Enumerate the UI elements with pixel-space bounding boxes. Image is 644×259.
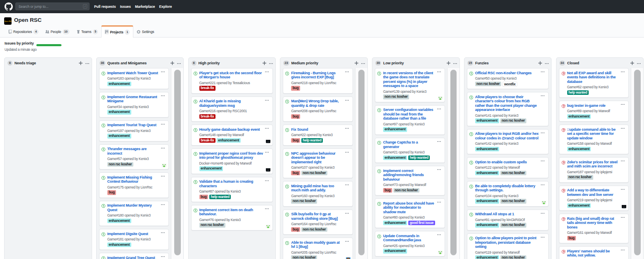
assignee-avatar[interactable] [346,256,350,259]
card-title[interactable]: Mining guild mine has too much mith and … [291,184,350,193]
label-bug[interactable]: bug [291,227,300,232]
issue-card[interactable]: Able to clean muddy guam at lvl 1 [Bug]G… [283,238,353,259]
column-menu-button[interactable] [269,62,273,64]
card-title[interactable]: Implement Murder Mystery Quest [107,203,166,212]
card-title[interactable]: Thrander messages are incorrect [107,147,166,155]
issue-card[interactable]: Implement Watch Tower QuestGame#183 open… [99,68,169,89]
card-title[interactable]: Add a way to differentiate between dev a… [567,188,626,197]
label-non-rsc-kosher[interactable]: non rsc kosher [199,223,225,228]
column-menu-button[interactable] [85,62,89,64]
label-help-wanted[interactable]: help wanted [567,90,589,95]
card-title[interactable]: Player's get stuck on the second floor o… [199,71,270,80]
top-nav-marketplace[interactable]: Marketplace [135,5,155,9]
card-title[interactable]: Option to allow players point to point t… [475,236,546,249]
assignee-avatar[interactable] [162,162,166,167]
label-non-rsc-kosher[interactable]: non rsc kosher [500,118,526,123]
card-title[interactable]: Able to clean muddy guam at lvl 1 [Bug] [291,240,350,249]
assignee-avatar[interactable] [266,224,270,228]
tab-teams[interactable]: Teams5 [73,26,101,38]
card-menu-button[interactable] [621,71,625,72]
label-help-wanted[interactable]: help wanted [408,155,430,160]
label-enhancement[interactable]: enhancement [475,147,499,152]
add-card-button[interactable] [263,61,266,66]
card-menu-button[interactable] [541,213,545,214]
card-menu-button[interactable] [437,202,441,202]
card-title[interactable]: Allow players to choose their character'… [475,95,546,112]
label-enhancement[interactable]: enhancement [107,219,131,224]
card-title[interactable]: Server configuration variables should be… [383,108,442,121]
card-title[interactable]: Option to enable custom spells [475,160,546,165]
tab-repositories[interactable]: Repositories4 [5,26,42,38]
label-enhancement[interactable]: enhancement [107,110,131,115]
org-name[interactable]: Open RSC [14,17,42,23]
column-scrollbar-thumb[interactable] [174,70,181,255]
label-bug[interactable]: bug [291,114,300,119]
issue-card[interactable]: Implement Digsite QuestGame#181 opened b… [99,229,169,250]
label-non-rsc-kosher[interactable]: non rsc kosher [291,255,317,259]
card-menu-button[interactable] [265,152,269,153]
label-non-rsc-kosher[interactable]: non rsc kosher [500,223,526,228]
card-menu-button[interactable] [541,184,545,185]
label-non-rsc-kosher[interactable]: non rsc kosher [301,227,327,232]
issue-card[interactable]: Firemaking - Burning Logs gives incorrec… [283,68,353,94]
card-title[interactable]: Update Commands in CommandHandler.java [383,234,442,243]
label-enhancement[interactable]: enhancement [107,243,131,247]
label-non-rsc-kosher[interactable]: non rsc kosher [291,199,317,204]
card-menu-button[interactable] [161,204,165,205]
label-break-fix[interactable]: break-fix [199,138,215,143]
column-menu-button[interactable] [453,62,457,64]
card-menu-button[interactable] [345,241,349,242]
label-non-rsc-kosher[interactable]: non rsc kosher [393,188,419,193]
issue-card[interactable]: Implement Gnome Restaurant MinigameGame#… [99,92,169,118]
label-help-wanted[interactable]: help wanted [209,195,231,200]
issue-card[interactable]: Implement correct item on death behaviou… [191,205,273,231]
card-menu-button[interactable] [437,71,441,72]
card-title[interactable]: Not all EXP award and skill events have … [567,71,626,84]
issue-card[interactable]: Be able to completely disable lottery th… [467,181,549,207]
issue-card[interactable]: Withdrawl All stops at 1Game#91 opened b… [467,210,549,231]
card-title[interactable]: Implement Tourist Trap Quest [107,123,166,127]
label-enhancement[interactable]: enhancement [475,223,499,228]
card-title[interactable]: Implement correct item on death behaviou… [199,208,270,217]
assignee-avatar[interactable] [438,95,443,100]
card-menu-button[interactable] [541,160,545,161]
issue-card[interactable]: Thrander messages are incorrectGame#57 o… [99,144,169,170]
issue-card[interactable]: Silk buy/sells for 0 gp at varrock cloth… [283,210,353,235]
issue-card[interactable]: Implement Grand Tree Quest [99,253,169,259]
assignee-avatar[interactable] [266,139,270,143]
issue-card[interactable]: Man(Men) Wrong Drop table, quantity & dr… [283,97,353,122]
issue-card[interactable]: Option to allow players point to point t… [467,233,549,259]
top-nav-issues[interactable]: Issues [120,5,131,9]
assignee-avatar[interactable] [266,167,270,172]
card-title[interactable]: Withdrawl All stops at 1 [475,212,546,217]
issue-card[interactable]: Server configuration variables should be… [375,105,445,135]
issue-card[interactable]: Allow players to input RGB and/or hex co… [467,129,549,155]
card-title[interactable]: Implement Grand Tree Quest [107,256,166,259]
issue-card[interactable]: Update Commands in CommandHandler.javaGa… [375,231,445,257]
top-nav-pull-requests[interactable]: Pull requests [94,5,116,9]
issue-card[interactable]: Implement Murder Mystery QuestGame#180 o… [99,201,169,226]
issue-card[interactable]: In recent versions of the client the gam… [375,68,445,102]
card-title[interactable]: Implement proper nginx conf from dev int… [199,151,270,160]
card-menu-button[interactable] [345,128,349,129]
card-menu-button[interactable] [265,71,269,72]
label-enhancement[interactable]: enhancement [567,203,591,208]
card-menu-button[interactable] [265,208,269,209]
issue-card[interactable]: Al Kharid gate is missing dialogue/syste… [191,97,273,122]
card-menu-button[interactable] [437,141,441,142]
card-menu-button[interactable] [621,189,625,190]
issue-card[interactable]: NPC aggressive behaviour doesn't appear … [283,148,353,178]
label-enhancement[interactable]: enhancement [383,221,407,226]
card-menu-button[interactable] [161,176,165,177]
card-menu-button[interactable] [345,184,349,185]
card-menu-button[interactable] [621,104,625,105]
label-bug[interactable]: bug [383,188,392,193]
card-title[interactable]: Official RSC non-Kosher Changes [475,71,546,75]
issue-card[interactable]: Implement proper nginx conf from dev int… [191,148,273,174]
column-scrollbar-thumb[interactable] [634,70,641,255]
card-title[interactable]: Al Kharid gate is missing dialogue/syste… [199,99,270,108]
issue-card[interactable]: bug tester in-game roleGame#89 opened by… [559,101,629,122]
issue-card[interactable]: Mining guild mine has too much mith and … [283,181,353,207]
label-non-rsc-kosher[interactable]: non rsc kosher [567,175,593,180]
assignee-avatar[interactable] [542,200,546,204]
